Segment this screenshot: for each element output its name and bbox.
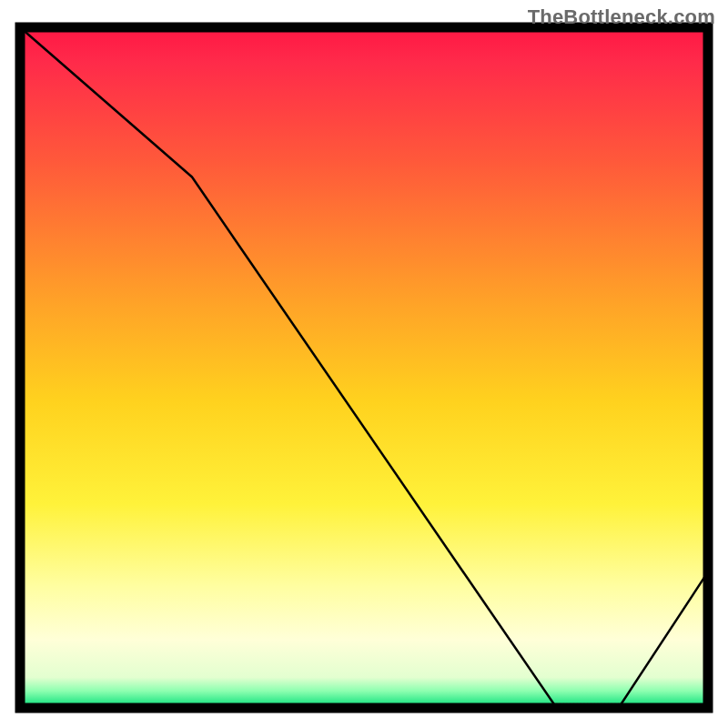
watermark-label: TheBottleneck.com: [528, 5, 715, 29]
chart-container: TheBottleneck.com: [0, 0, 728, 728]
bottleneck-chart: [0, 0, 728, 728]
plot-background: [20, 27, 708, 708]
